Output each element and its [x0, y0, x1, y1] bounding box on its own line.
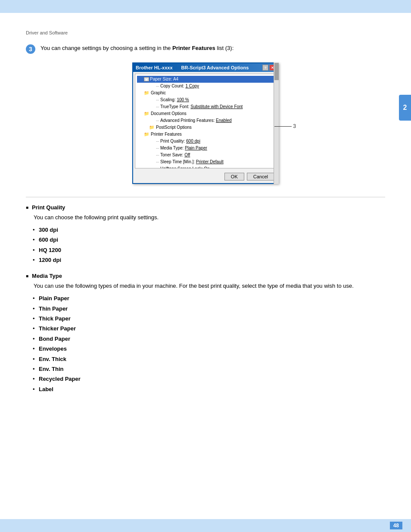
print-quality-list: 300 dpi600 dpiHQ 12001200 dpi	[39, 225, 385, 265]
dialog-title-left-text: Brother HL-xxxx	[136, 65, 173, 70]
tree-item-12[interactable]: ··· Sleep Time [Min.]: Printer Default	[137, 159, 274, 165]
intro-bold-text: Printer Features	[172, 45, 215, 51]
top-bar	[0, 0, 411, 13]
tree-item-4[interactable]: ··· TrueType Font: Substitute with Devic…	[137, 103, 274, 110]
tree-item-1[interactable]: ··· Copy Count: 1 Copy	[137, 83, 274, 90]
tree-item-5[interactable]: 📁Document Options	[137, 110, 274, 117]
media-type-heading: Media Type	[26, 273, 385, 279]
tree-item-6[interactable]: ··· Advanced Printing Features: Enabled	[137, 117, 274, 124]
tree-item-3[interactable]: ··· Scaling: 100 %	[137, 96, 274, 103]
dialog-body: ▼Paper Size: A4··· Copy Count: 1 Copy📁Gr…	[135, 74, 276, 168]
dialog-title-left: Brother HL-xxxx BR-Script3 Advanced Opti…	[136, 65, 249, 70]
list-item: 300 dpi	[39, 225, 385, 235]
print-quality-heading: Print Quality	[26, 204, 385, 211]
tree-item-7[interactable]: 📁PostScript Options	[137, 124, 274, 131]
list-item: Thick Paper	[39, 314, 385, 324]
annotation-line: 3	[274, 123, 296, 129]
chapter-tab: 2	[399, 95, 411, 121]
page-number: 48	[390, 522, 402, 529]
step-number-circle: 3	[26, 44, 35, 54]
list-item: Envelopes	[39, 344, 385, 354]
annotation-line-hr	[274, 126, 292, 127]
cancel-button[interactable]: Cancel	[247, 173, 274, 180]
tree-item-8[interactable]: 📁Printer Features	[137, 131, 274, 138]
print-quality-heading-text: Print Quality	[32, 204, 65, 211]
media-type-heading-text: Media Type	[32, 273, 62, 279]
ok-button[interactable]: OK	[224, 173, 244, 180]
bottom-bar: 48	[0, 519, 411, 532]
chapter-tab-number: 2	[403, 104, 407, 112]
dialog-title-right-text: BR-Script3 Advanced Options	[181, 65, 249, 70]
dialog-footer: OK Cancel	[133, 170, 278, 183]
tree-item-9[interactable]: ··· Print Quality: 600 dpi	[137, 138, 274, 145]
dialog-titlebar: Brother HL-xxxx BR-Script3 Advanced Opti…	[133, 63, 278, 72]
main-content: Driver and Software 3 You can change set…	[0, 13, 411, 428]
list-item: Label	[39, 384, 385, 394]
tree-container: ▼Paper Size: A4··· Copy Count: 1 Copy📁Gr…	[137, 76, 274, 168]
list-item: Bond Paper	[39, 334, 385, 344]
list-item: Env. Thin	[39, 364, 385, 374]
dialog-box: Brother HL-xxxx BR-Script3 Advanced Opti…	[132, 62, 279, 184]
list-item: Env. Thick	[39, 354, 385, 364]
annotation-number: 3	[293, 123, 296, 129]
tree-item-11[interactable]: ··· Toner Save: Off	[137, 152, 274, 159]
intro-text-after: list (3):	[215, 45, 234, 51]
media-type-section: Media Type You can use the following typ…	[26, 273, 385, 394]
dialog-screenshot-container: Brother HL-xxxx BR-Script3 Advanced Opti…	[132, 62, 279, 184]
dialog-title-text: Brother HL-xxxx BR-Script3 Advanced Opti…	[136, 65, 249, 70]
help-button[interactable]: ?	[262, 65, 268, 71]
print-quality-intro: You can choose the following print quali…	[34, 213, 385, 222]
separator	[26, 197, 385, 197]
tree-item-2[interactable]: 📁Graphic	[137, 90, 274, 96]
media-type-intro: You can use the following types of media…	[34, 282, 385, 291]
list-item: Plain Paper	[39, 293, 385, 303]
list-item: Thicker Paper	[39, 324, 385, 333]
intro-text-before: You can change settings by choosing a se…	[40, 45, 172, 51]
tree-item-0[interactable]: ▼Paper Size: A4	[137, 76, 274, 83]
list-item: Thin Paper	[39, 304, 385, 314]
print-quality-section: Print Quality You can choose the followi…	[26, 204, 385, 265]
breadcrumb: Driver and Software	[26, 30, 385, 35]
tree-item-10[interactable]: ··· Media Type: Plain Paper	[137, 145, 274, 152]
list-item: HQ 1200	[39, 245, 385, 255]
list-item: Recycled Paper	[39, 374, 385, 384]
list-item: 600 dpi	[39, 235, 385, 245]
tree-item-13[interactable]: ··· Halftone Screen Lock: On	[137, 165, 274, 168]
step-text: You can change settings by choosing a se…	[40, 44, 234, 53]
step-intro: 3 You can change settings by choosing a …	[26, 44, 385, 54]
scrollbar-thumb	[274, 63, 279, 80]
media-type-list: Plain PaperThin PaperThick PaperThicker …	[39, 293, 385, 394]
dialog-body-wrapper: ▼Paper Size: A4··· Copy Count: 1 Copy📁Gr…	[133, 72, 278, 170]
list-item: 1200 dpi	[39, 255, 385, 265]
